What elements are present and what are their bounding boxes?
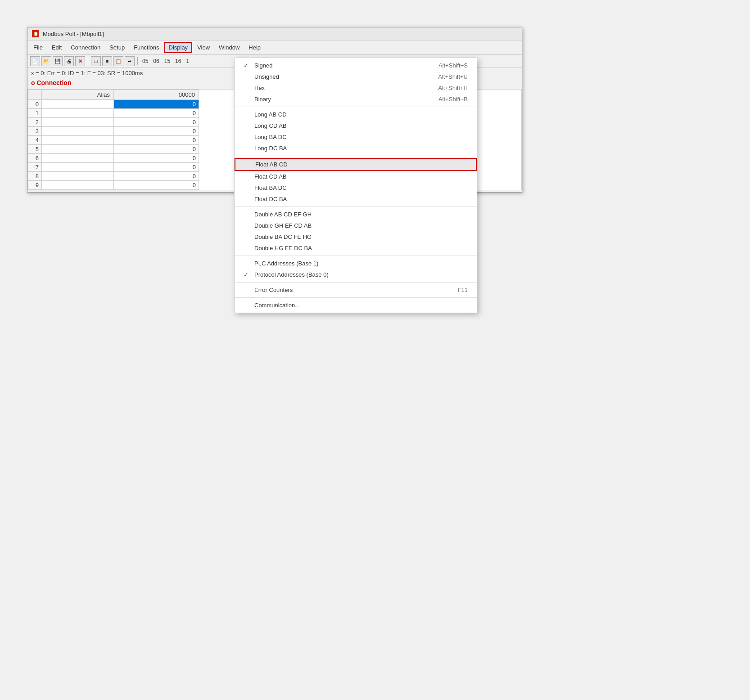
menu-separator bbox=[235, 297, 477, 298]
toolbar-open[interactable]: 📂 bbox=[41, 56, 51, 66]
toolbar-delete[interactable]: ✕ bbox=[75, 56, 85, 66]
toolbar-save[interactable]: 💾 bbox=[53, 56, 63, 66]
menu-item-double-gh-ef-cd-ab[interactable]: Double GH EF CD AB bbox=[235, 220, 477, 231]
row-alias bbox=[42, 181, 114, 190]
connection-status: o Connection bbox=[31, 79, 71, 86]
separator-2 bbox=[137, 57, 138, 65]
row-alias bbox=[42, 118, 114, 127]
menu-item-float-ba-dc[interactable]: Float BA DC bbox=[235, 182, 477, 193]
row-value[interactable]: 0 bbox=[114, 118, 199, 127]
col-alias-header: Alias bbox=[42, 90, 114, 100]
row-value[interactable]: 0 bbox=[114, 109, 199, 118]
row-alias bbox=[42, 109, 114, 118]
table-row[interactable]: 10 bbox=[28, 109, 199, 118]
row-value[interactable]: 0 bbox=[114, 181, 199, 190]
toolbar-print[interactable]: 🖨 bbox=[64, 56, 74, 66]
display-dropdown-menu: ✓SignedAlt+Shift+SUnsignedAlt+Shift+UHex… bbox=[234, 58, 477, 313]
label-plc-addresses: PLC Addresses (Base 1) bbox=[254, 260, 318, 267]
menu-separator bbox=[235, 156, 477, 156]
row-value[interactable]: 0 bbox=[114, 163, 199, 172]
row-value[interactable]: 0 bbox=[114, 145, 199, 154]
row-number: 3 bbox=[28, 127, 42, 136]
menu-item-error-counters[interactable]: Error CountersF11 bbox=[235, 284, 477, 296]
row-number: 0 bbox=[28, 100, 42, 109]
row-alias bbox=[42, 145, 114, 154]
row-value[interactable]: 0 bbox=[114, 127, 199, 136]
menu-item-float-dc-ba[interactable]: Float DC BA bbox=[235, 193, 477, 205]
menu-item-long-cd-ab[interactable]: Long CD AB bbox=[235, 120, 477, 131]
col-num-header bbox=[28, 90, 42, 100]
row-value[interactable]: 0 bbox=[114, 172, 199, 181]
menu-item-signed[interactable]: ✓SignedAlt+Shift+S bbox=[235, 60, 477, 71]
data-table: Alias 00000 00102030405060708090 bbox=[28, 90, 199, 190]
menu-item-unsigned[interactable]: UnsignedAlt+Shift+U bbox=[235, 71, 477, 82]
label-float-ab-cd: Float AB CD bbox=[255, 161, 288, 168]
toolbar-btn7[interactable]: 📋 bbox=[113, 56, 123, 66]
row-number: 6 bbox=[28, 154, 42, 163]
shortcut-binary: Alt+Shift+B bbox=[438, 96, 468, 103]
label-long-ab-cd: Long AB CD bbox=[254, 111, 287, 118]
label-float-ba-dc: Float BA DC bbox=[254, 184, 287, 191]
toolbar-label-06: 06 bbox=[151, 58, 161, 64]
menu-item-float-cd-ab[interactable]: Float CD AB bbox=[235, 171, 477, 182]
menu-item-float-ab-cd[interactable]: Float AB CD bbox=[235, 158, 477, 171]
menu-item-double-ab-cd-ef-gh[interactable]: Double AB CD EF GH bbox=[235, 209, 477, 220]
menu-item-binary[interactable]: BinaryAlt+Shift+B bbox=[235, 94, 477, 105]
status-text: x = 0: Err = 0: ID = 1: F = 03: SR = 100… bbox=[31, 70, 143, 76]
label-long-dc-ba: Long DC BA bbox=[254, 145, 287, 152]
menu-window[interactable]: Window bbox=[215, 42, 244, 53]
row-alias bbox=[42, 154, 114, 163]
label-double-ab-cd-ef-gh: Double AB CD EF GH bbox=[254, 211, 312, 218]
menu-item-double-hg-fe-dc-ba[interactable]: Double HG FE DC BA bbox=[235, 242, 477, 254]
table-row[interactable]: 80 bbox=[28, 172, 199, 181]
table-row[interactable]: 00 bbox=[28, 100, 199, 109]
menu-item-double-ba-dc-fe-hg[interactable]: Double BA DC FE HG bbox=[235, 231, 477, 242]
label-error-counters: Error Counters bbox=[254, 287, 293, 293]
menu-file[interactable]: File bbox=[29, 42, 47, 53]
menu-functions[interactable]: Functions bbox=[130, 42, 163, 53]
menu-help[interactable]: Help bbox=[244, 42, 265, 53]
label-double-hg-fe-dc-ba: Double HG FE DC BA bbox=[254, 245, 312, 251]
toolbar-label-15: 15 bbox=[163, 58, 172, 64]
row-number: 4 bbox=[28, 136, 42, 145]
row-value[interactable]: 0 bbox=[114, 154, 199, 163]
table-row[interactable]: 40 bbox=[28, 136, 199, 145]
menu-item-long-dc-ba[interactable]: Long DC BA bbox=[235, 143, 477, 154]
menu-item-plc-addresses[interactable]: PLC Addresses (Base 1) bbox=[235, 258, 477, 269]
row-alias bbox=[42, 172, 114, 181]
row-number: 7 bbox=[28, 163, 42, 172]
app-icon: 📋 bbox=[32, 30, 39, 37]
menu-separator bbox=[235, 206, 477, 207]
menu-connection[interactable]: Connection bbox=[67, 42, 104, 53]
menu-view[interactable]: View bbox=[193, 42, 214, 53]
menu-item-long-ab-cd[interactable]: Long AB CD bbox=[235, 109, 477, 120]
menu-item-communication[interactable]: Communication... bbox=[235, 300, 477, 311]
menu-bar: File Edit Connection Setup Functions Dis… bbox=[27, 40, 522, 55]
label-communication: Communication... bbox=[254, 302, 300, 309]
menu-edit[interactable]: Edit bbox=[48, 42, 66, 53]
menu-item-protocol-addresses[interactable]: ✓Protocol Addresses (Base 0) bbox=[235, 269, 477, 280]
toolbar-btn6[interactable]: ≡ bbox=[102, 56, 112, 66]
menu-setup[interactable]: Setup bbox=[105, 42, 129, 53]
toolbar-label-16: 16 bbox=[173, 58, 183, 64]
row-number: 1 bbox=[28, 109, 42, 118]
table-row[interactable]: 50 bbox=[28, 145, 199, 154]
row-number: 5 bbox=[28, 145, 42, 154]
menu-display[interactable]: Display bbox=[164, 42, 193, 53]
row-value[interactable]: 0 bbox=[114, 100, 199, 109]
table-row[interactable]: 30 bbox=[28, 127, 199, 136]
table-row[interactable]: 90 bbox=[28, 181, 199, 190]
toolbar-new[interactable]: 📄 bbox=[30, 56, 40, 66]
table-row[interactable]: 60 bbox=[28, 154, 199, 163]
label-float-cd-ab: Float CD AB bbox=[254, 173, 287, 180]
label-signed: Signed bbox=[254, 62, 272, 69]
table-row[interactable]: 20 bbox=[28, 118, 199, 127]
table-row[interactable]: 70 bbox=[28, 163, 199, 172]
row-value[interactable]: 0 bbox=[114, 136, 199, 145]
toolbar-btn8[interactable]: ↵ bbox=[125, 56, 135, 66]
menu-item-long-ba-dc[interactable]: Long BA DC bbox=[235, 131, 477, 143]
separator-1 bbox=[88, 57, 88, 65]
label-float-dc-ba: Float DC BA bbox=[254, 196, 287, 202]
menu-item-hex[interactable]: HexAlt+Shift+H bbox=[235, 82, 477, 94]
toolbar-btn5[interactable]: □ bbox=[91, 56, 101, 66]
